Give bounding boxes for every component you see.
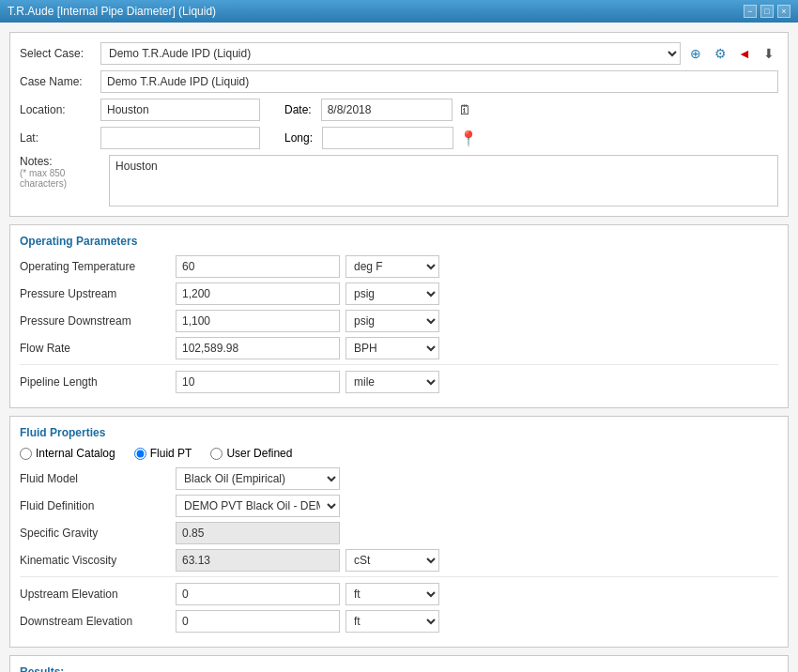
- upstream-elevation-row: Upstream Elevation ftm: [20, 583, 778, 605]
- fluid-definition-select[interactable]: DEMO PVT Black Oil - DEMO: [176, 495, 340, 517]
- minimize-button[interactable]: −: [744, 5, 757, 18]
- notes-textarea[interactable]: Houston: [109, 155, 778, 206]
- location-date-row: Location: Date: 🗓: [20, 99, 778, 121]
- notes-label-block: Notes: (* max 850 characters): [20, 155, 103, 189]
- fluid-properties-title: Fluid Properties: [20, 426, 778, 439]
- title-bar: T.R.Aude [Internal Pipe Diameter] (Liqui…: [0, 0, 798, 23]
- location-label: Location:: [20, 103, 95, 116]
- results-section: Results: Internal Pipe Diameter inchmmcm…: [9, 655, 789, 672]
- case-name-row: Case Name:: [20, 70, 778, 93]
- fluid-definition-row: Fluid Definition DEMO PVT Black Oil - DE…: [20, 495, 778, 517]
- select-case-row: Select Case: Demo T.R.Aude IPD (Liquid) …: [20, 42, 778, 65]
- notes-sub-label: (* max 850 characters): [20, 168, 103, 189]
- settings-icon[interactable]: ⚙: [711, 44, 729, 63]
- fluid-model-label: Fluid Model: [20, 472, 170, 485]
- internal-catalog-radio[interactable]: Internal Catalog: [20, 447, 115, 460]
- top-section: Select Case: Demo T.R.Aude IPD (Liquid) …: [9, 32, 789, 217]
- upstream-elevation-label: Upstream Elevation: [20, 588, 170, 601]
- map-pin-icon[interactable]: 📍: [459, 130, 478, 147]
- pipeline-length-label: Pipeline Length: [20, 375, 170, 389]
- select-case-label: Select Case:: [20, 47, 95, 60]
- operating-params-section: Operating Parameters Operating Temperatu…: [9, 224, 789, 408]
- downstream-elevation-unit[interactable]: ftm: [345, 610, 439, 633]
- operating-params-title: Operating Parameters: [20, 235, 778, 248]
- kinematic-viscosity-row: Kinematic Viscosity cStcpmPa·s: [20, 549, 778, 572]
- kinematic-viscosity-unit[interactable]: cStcpmPa·s: [345, 549, 439, 572]
- kinematic-viscosity-label: Kinematic Viscosity: [20, 554, 170, 567]
- lat-label: Lat:: [20, 131, 95, 145]
- user-defined-radio[interactable]: User Defined: [210, 447, 292, 460]
- case-name-label: Case Name:: [20, 75, 95, 88]
- notes-row: Notes: (* max 850 characters) Houston: [20, 155, 778, 206]
- main-container: Select Case: Demo T.R.Aude IPD (Liquid) …: [0, 23, 798, 672]
- case-name-input[interactable]: [100, 70, 778, 93]
- title-bar-controls: − □ ×: [744, 5, 790, 18]
- specific-gravity-row: Specific Gravity: [20, 522, 778, 544]
- fluid-model-select[interactable]: Black Oil (Empirical) Refined Products C…: [176, 467, 340, 490]
- flow-rate-label: Flow Rate: [20, 342, 170, 355]
- upstream-elevation-input[interactable]: [176, 583, 340, 605]
- share-icon[interactable]: ◄: [735, 44, 754, 63]
- long-input[interactable]: [322, 127, 453, 149]
- pipeline-length-unit[interactable]: milekmftm: [345, 371, 439, 393]
- pressure-downstream-input[interactable]: [176, 310, 340, 332]
- fluid-radio-group: Internal Catalog Fluid PT User Defined: [20, 447, 778, 460]
- notes-label: Notes:: [20, 155, 103, 168]
- op-temp-label: Operating Temperature: [20, 260, 170, 273]
- downstream-elevation-input[interactable]: [176, 610, 340, 633]
- op-temp-row: Operating Temperature deg Fdeg C: [20, 255, 778, 278]
- title-bar-text: T.R.Aude [Internal Pipe Diameter] (Liqui…: [8, 5, 216, 18]
- fluid-definition-label: Fluid Definition: [20, 499, 170, 512]
- elevations-section: Upstream Elevation ftm Downstream Elevat…: [20, 576, 778, 633]
- op-temp-input[interactable]: [176, 255, 340, 278]
- pipeline-length-row: Pipeline Length milekmftm: [20, 364, 778, 393]
- download-icon[interactable]: ⬇: [760, 44, 778, 63]
- lat-input[interactable]: [100, 127, 260, 149]
- select-case-dropdown[interactable]: Demo T.R.Aude IPD (Liquid): [100, 42, 681, 65]
- pressure-upstream-label: Pressure Upstream: [20, 287, 170, 300]
- flow-rate-unit[interactable]: BPHBPDgpmm3/h: [345, 337, 439, 359]
- long-label: Long:: [284, 131, 313, 145]
- pressure-upstream-input[interactable]: [176, 283, 340, 305]
- pressure-upstream-row: Pressure Upstream psigpsiakPabar: [20, 283, 778, 305]
- flow-rate-row: Flow Rate BPHBPDgpmm3/h: [20, 337, 778, 359]
- pressure-downstream-unit[interactable]: psigpsiakPabar: [345, 310, 439, 332]
- date-label: Date:: [284, 103, 312, 116]
- pressure-downstream-label: Pressure Downstream: [20, 314, 170, 328]
- specific-gravity-input[interactable]: [176, 522, 340, 544]
- lat-long-row: Lat: Long: 📍: [20, 127, 778, 149]
- upstream-elevation-unit[interactable]: ftm: [345, 583, 439, 605]
- add-icon[interactable]: ⊕: [686, 44, 705, 63]
- location-input[interactable]: [100, 99, 260, 121]
- results-title: Results:: [20, 665, 778, 672]
- pipeline-length-input[interactable]: [176, 371, 340, 393]
- downstream-elevation-label: Downstream Elevation: [20, 615, 170, 628]
- pressure-upstream-unit[interactable]: psigpsiakPabar: [345, 283, 439, 305]
- downstream-elevation-row: Downstream Elevation ftm: [20, 610, 778, 633]
- fluid-pt-radio[interactable]: Fluid PT: [134, 447, 192, 460]
- close-button[interactable]: ×: [777, 5, 790, 18]
- op-temp-unit[interactable]: deg Fdeg C: [345, 255, 439, 278]
- flow-rate-input[interactable]: [176, 337, 340, 359]
- maximize-button[interactable]: □: [760, 5, 774, 18]
- fluid-model-row: Fluid Model Black Oil (Empirical) Refine…: [20, 467, 778, 490]
- calendar-icon[interactable]: 🗓: [458, 102, 471, 117]
- specific-gravity-label: Specific Gravity: [20, 527, 170, 540]
- toolbar-icons: ⊕ ⚙ ◄ ⬇: [686, 44, 778, 63]
- date-input[interactable]: [321, 99, 453, 121]
- pressure-downstream-row: Pressure Downstream psigpsiakPabar: [20, 310, 778, 332]
- fluid-properties-section: Fluid Properties Internal Catalog Fluid …: [9, 416, 789, 648]
- kinematic-viscosity-input[interactable]: [176, 549, 340, 572]
